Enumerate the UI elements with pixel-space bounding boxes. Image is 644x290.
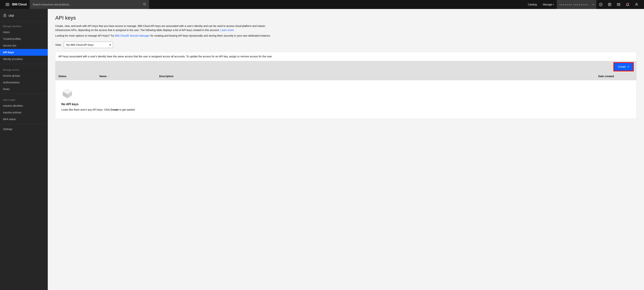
sidebar-item-users[interactable]: Users (0, 29, 48, 36)
empty-title: No API keys (62, 103, 78, 106)
table-search-input[interactable] (58, 63, 612, 70)
ibm-cloud-logo: IBM Cloud (12, 3, 27, 6)
divider-1 (0, 64, 48, 64)
divider-3 (0, 124, 48, 124)
empty-desc: Looks like there aren't any API keys. Cl… (62, 108, 135, 111)
secrets-manager-link[interactable]: IBM Cloud® Secrets Manager (115, 34, 150, 37)
name-sort-icon: ↓ (108, 75, 109, 78)
sidebar-item-inactive-policies[interactable]: Inactive policies (0, 109, 48, 116)
catalog-link[interactable]: Catalog (525, 0, 540, 9)
col-status: Status (56, 73, 96, 80)
edit-icon-button[interactable] (605, 0, 614, 9)
col-name[interactable]: Name ↓ (96, 73, 156, 80)
create-plus-icon: + (627, 65, 629, 69)
svg-rect-18 (4, 15, 6, 17)
account-chevron-icon: ▾ (593, 4, 594, 6)
view-label: View: (55, 43, 62, 46)
create-button[interactable]: Create + (614, 63, 633, 71)
search-icon (143, 3, 146, 6)
table-header: Status Name ↓ Description Date created (56, 73, 636, 80)
sidebar-item-identity-providers[interactable]: Identity providers (0, 56, 48, 62)
view-select-wrapper[interactable]: My IBM Cloud API keys All IBM Cloud API … (64, 42, 113, 48)
sidebar-item-authorizations[interactable]: Authorizations (0, 79, 48, 86)
search-bar[interactable] (30, 0, 149, 9)
info-text: API keys associated with a user's identi… (56, 52, 636, 61)
cost-icon-button[interactable] (614, 0, 623, 9)
manage-link[interactable]: Manage ▾ (540, 0, 557, 9)
divider-2 (0, 94, 48, 94)
svg-rect-2 (6, 6, 9, 6)
topnav: IBM Cloud Catalog Manage ▾ ●●●●●●● ●●●●●… (0, 0, 644, 9)
topnav-icon-buttons: ? (596, 0, 641, 9)
iam-header: IAM (0, 12, 48, 21)
main-content: API keys Create, view, and work with API… (48, 9, 644, 290)
manage-access-section: Manage access (0, 66, 48, 72)
sidebar-item-service-ids[interactable]: Service IDs (0, 42, 48, 49)
col-date-created: Date created (595, 73, 636, 80)
gain-insight-section: Gain insight (0, 96, 48, 102)
learn-more-link[interactable]: Learn more. (220, 29, 234, 32)
sidebar-item-inactive-identities[interactable]: Inactive identities (0, 102, 48, 109)
manage-chevron-icon: ▾ (553, 4, 554, 6)
sidebar-item-api-keys[interactable]: API keys (0, 49, 48, 56)
sidebar-item-access-groups[interactable]: Access groups (0, 72, 48, 79)
empty-icon (62, 88, 73, 100)
table-empty-state: No API keys Looks like there aren't any … (56, 80, 636, 119)
iam-label: IAM (8, 14, 14, 18)
svg-point-16 (628, 3, 629, 4)
svg-point-3 (144, 3, 145, 5)
svg-text:?: ? (600, 4, 602, 6)
api-keys-table-container: API keys associated with a user's identi… (55, 52, 636, 119)
iam-lock-icon (3, 14, 7, 18)
svg-point-17 (636, 3, 637, 5)
manage-identities-section: Manage identities (0, 22, 48, 29)
sidebar-item-mfa-status[interactable]: MFA status (0, 116, 48, 122)
svg-rect-0 (6, 3, 9, 4)
notifications-icon-button[interactable] (623, 0, 632, 9)
search-input[interactable] (33, 3, 142, 6)
svg-rect-1 (6, 4, 9, 5)
page-desc2: Looking for more options to manage API K… (55, 34, 636, 37)
sidebar: IAM Manage identities Users Trusted prof… (0, 9, 48, 290)
page-description: Create, view, and work with API keys tha… (55, 24, 279, 32)
sidebar-item-settings[interactable]: Settings (0, 126, 48, 132)
account-selector[interactable]: ●●●●●●● ●●●●●●●● ●●● ▾ (557, 0, 596, 9)
svg-rect-11 (617, 3, 620, 6)
svg-line-4 (145, 5, 146, 6)
view-row: View: My IBM Cloud API keys All IBM Clou… (55, 42, 636, 48)
sidebar-item-trusted-profiles[interactable]: Trusted profiles (0, 36, 48, 42)
table-toolbar: Create + (56, 61, 636, 73)
sidebar-item-roles[interactable]: Roles (0, 86, 48, 92)
help-icon-button[interactable]: ? (596, 0, 605, 9)
page-title: API keys (55, 15, 636, 21)
view-select[interactable]: My IBM Cloud API keys All IBM Cloud API … (64, 42, 113, 48)
topnav-links: Catalog Manage ▾ (525, 0, 557, 9)
hamburger-button[interactable] (3, 0, 12, 9)
main-layout: IAM Manage identities Users Trusted prof… (0, 9, 644, 290)
user-icon-button[interactable] (632, 0, 641, 9)
col-description: Description (156, 73, 595, 80)
